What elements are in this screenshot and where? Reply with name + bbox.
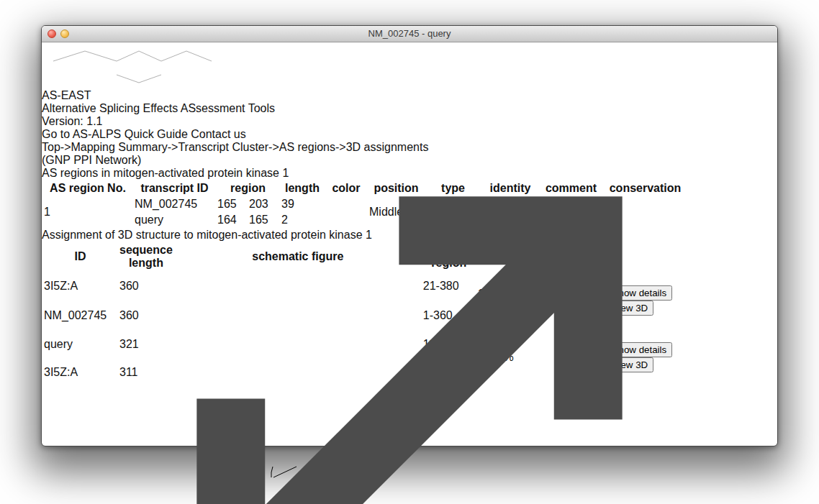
traffic-lights bbox=[47, 29, 82, 38]
window-titlebar[interactable]: NM_002745 - query bbox=[42, 26, 777, 42]
minimize-button[interactable] bbox=[60, 29, 69, 38]
close-button[interactable] bbox=[47, 29, 56, 38]
fullscreen-icon[interactable] bbox=[42, 42, 777, 504]
browser-window: NM_002745 - query bbox=[41, 25, 778, 446]
window-title: NM_002745 - query bbox=[42, 26, 777, 42]
zoom-button[interactable] bbox=[73, 29, 82, 38]
